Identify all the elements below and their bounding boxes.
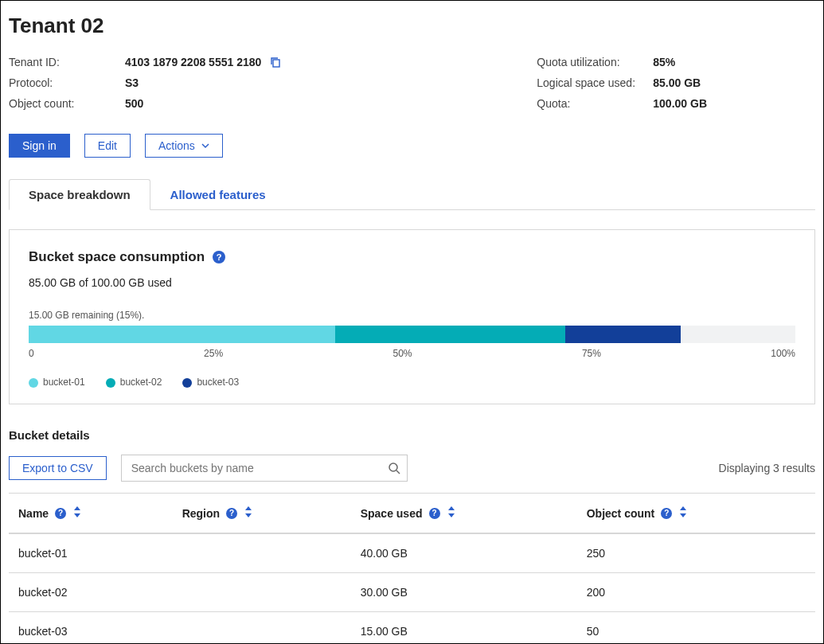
cell-region bbox=[173, 533, 351, 573]
legend-item: bucket-03 bbox=[182, 377, 239, 388]
tick-label: 0 bbox=[29, 348, 34, 359]
col-space: Space used bbox=[361, 507, 423, 520]
protocol-value: S3 bbox=[125, 76, 282, 89]
legend-swatch bbox=[182, 378, 192, 388]
help-icon[interactable]: ? bbox=[226, 508, 237, 519]
tick-label: 25% bbox=[204, 348, 223, 359]
quota-label: Quota: bbox=[537, 97, 640, 110]
bar-segment bbox=[29, 326, 335, 343]
help-icon[interactable]: ? bbox=[213, 251, 225, 263]
legend-label: bucket-03 bbox=[197, 377, 239, 388]
bucket-details-section: Bucket details Export to CSV Displaying … bbox=[9, 428, 815, 644]
bucket-table: Name? Region? Space used? Object count? … bbox=[9, 493, 815, 644]
table-row[interactable]: bucket-0230.00 GB200 bbox=[9, 573, 815, 612]
logical-used-value: 85.00 GB bbox=[653, 76, 707, 89]
cell-objects: 200 bbox=[577, 573, 815, 612]
search-input[interactable] bbox=[131, 455, 388, 481]
tab-space-breakdown[interactable]: Space breakdown bbox=[9, 179, 150, 210]
tick-label: 100% bbox=[771, 348, 795, 359]
bar-ticks: 025%50%75%100% bbox=[29, 348, 795, 359]
actions-label: Actions bbox=[158, 139, 195, 152]
consumption-bar bbox=[29, 326, 795, 343]
cell-objects: 250 bbox=[577, 533, 815, 573]
bar-segment bbox=[565, 326, 680, 343]
quota-util-label: Quota utilization: bbox=[537, 56, 640, 68]
cell-name: bucket-01 bbox=[9, 533, 173, 573]
help-icon[interactable]: ? bbox=[55, 508, 66, 519]
actions-dropdown[interactable]: Actions bbox=[145, 134, 223, 158]
page-title: Tenant 02 bbox=[9, 14, 815, 38]
sort-icon[interactable] bbox=[678, 506, 688, 520]
export-csv-button[interactable]: Export to CSV bbox=[9, 456, 107, 480]
sort-icon[interactable] bbox=[244, 506, 253, 520]
cell-region bbox=[173, 612, 351, 645]
svg-rect-0 bbox=[273, 60, 279, 67]
cell-name: bucket-02 bbox=[9, 573, 173, 612]
tick-label: 50% bbox=[392, 348, 412, 359]
quota-value: 100.00 GB bbox=[653, 97, 707, 110]
bar-segment bbox=[335, 326, 565, 343]
cell-space: 30.00 GB bbox=[351, 573, 577, 612]
table-row[interactable]: bucket-0315.00 GB50 bbox=[9, 612, 815, 645]
cell-space: 15.00 GB bbox=[351, 612, 577, 645]
search-wrap bbox=[121, 455, 408, 482]
search-icon[interactable] bbox=[388, 462, 400, 474]
col-name: Name bbox=[18, 507, 49, 520]
sort-icon[interactable] bbox=[72, 506, 82, 520]
summary-grid: Tenant ID: 4103 1879 2208 5551 2180 Prot… bbox=[9, 56, 815, 110]
help-icon[interactable]: ? bbox=[429, 508, 440, 519]
object-count-label: Object count: bbox=[9, 97, 112, 110]
protocol-label: Protocol: bbox=[9, 76, 112, 89]
tab-allowed-features[interactable]: Allowed features bbox=[150, 179, 286, 210]
chart-legend: bucket-01bucket-02bucket-03 bbox=[29, 377, 795, 388]
sort-icon[interactable] bbox=[447, 506, 456, 520]
tabs: Space breakdown Allowed features bbox=[9, 178, 815, 210]
col-objects: Object count bbox=[587, 507, 655, 520]
legend-swatch bbox=[106, 378, 115, 388]
bucket-consumption-panel: Bucket space consumption ? 85.00 GB of 1… bbox=[9, 229, 815, 404]
signin-button[interactable]: Sign in bbox=[9, 134, 70, 158]
quota-util-value: 85% bbox=[653, 56, 707, 68]
edit-button[interactable]: Edit bbox=[84, 134, 131, 158]
table-row[interactable]: bucket-0140.00 GB250 bbox=[9, 533, 815, 573]
tenant-id-value: 4103 1879 2208 5551 2180 bbox=[125, 56, 261, 68]
cell-name: bucket-03 bbox=[9, 612, 173, 645]
legend-swatch bbox=[29, 378, 38, 388]
cell-space: 40.00 GB bbox=[351, 533, 577, 573]
legend-item: bucket-02 bbox=[106, 377, 162, 388]
copy-icon[interactable] bbox=[269, 56, 282, 68]
remaining-text: 15.00 GB remaining (15%). bbox=[29, 310, 795, 321]
bucket-details-title: Bucket details bbox=[9, 428, 815, 442]
logical-used-label: Logical space used: bbox=[537, 76, 640, 89]
chevron-down-icon bbox=[201, 142, 209, 150]
panel-title-text: Bucket space consumption bbox=[29, 249, 205, 265]
cell-objects: 50 bbox=[577, 612, 815, 645]
help-icon[interactable]: ? bbox=[661, 508, 672, 519]
svg-point-1 bbox=[389, 463, 397, 471]
legend-label: bucket-02 bbox=[120, 377, 162, 388]
results-count: Displaying 3 results bbox=[719, 462, 815, 474]
cell-region bbox=[173, 573, 351, 612]
usage-text: 85.00 GB of 100.00 GB used bbox=[29, 276, 795, 289]
tick-label: 75% bbox=[582, 348, 601, 359]
col-region: Region bbox=[182, 507, 220, 520]
tenant-id-label: Tenant ID: bbox=[9, 56, 112, 68]
legend-label: bucket-01 bbox=[43, 377, 85, 388]
object-count-value: 500 bbox=[125, 97, 282, 110]
legend-item: bucket-01 bbox=[29, 377, 85, 388]
